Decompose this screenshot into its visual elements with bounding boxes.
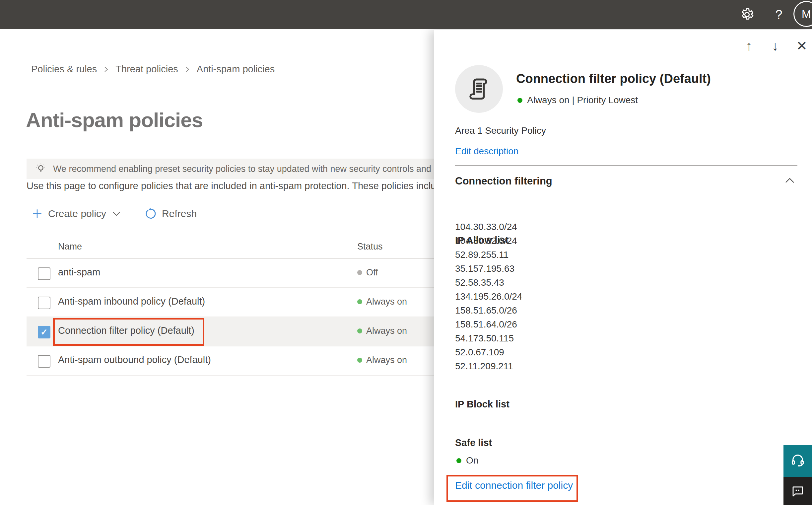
toolbar: Create policy Refresh: [31, 205, 197, 222]
ip-entry: 52.58.35.43: [455, 276, 522, 290]
status-label: Always on: [366, 355, 407, 365]
ip-entry: 158.51.64.0/26: [455, 318, 522, 331]
connection-filtering-section-title: Connection filtering: [455, 175, 552, 187]
safe-list-status-label: On: [466, 455, 478, 466]
policy-name[interactable]: Anti-spam inbound policy (Default): [58, 296, 205, 307]
flyout-status-line: Always on | Priority Lowest: [518, 95, 638, 106]
ip-entry: 35.157.195.63: [455, 262, 522, 276]
policy-details-flyout: ↑ ↓ ✕ Connection filter policy (Default)…: [434, 30, 812, 505]
status-cell: Always on: [357, 326, 407, 336]
recommendation-banner: We recommend enabling preset security po…: [26, 159, 468, 179]
status-label: Always on: [366, 297, 407, 307]
feedback-chat-icon: [791, 484, 805, 498]
row-checkbox[interactable]: [38, 355, 50, 368]
next-item-arrow-down-icon[interactable]: ↓: [768, 38, 783, 54]
ip-entry: 52.11.209.211: [455, 359, 522, 373]
refresh-label: Refresh: [162, 208, 197, 219]
policy-table: Name Status anti-spam Off Anti-spam inbo…: [26, 235, 468, 376]
previous-item-arrow-up-icon[interactable]: ↑: [742, 38, 756, 54]
status-dot-on: [456, 458, 461, 463]
safe-list-title: Safe list: [455, 437, 492, 448]
page-title: Anti-spam policies: [26, 108, 203, 132]
table-row[interactable]: anti-spam Off: [26, 259, 468, 288]
refresh-button[interactable]: Refresh: [145, 208, 197, 220]
status-dot-on: [357, 328, 362, 333]
table-row[interactable]: Anti-spam outbound policy (Default) Alwa…: [26, 346, 468, 376]
ip-entry: 104.30.32.0/24: [455, 234, 522, 248]
breadcrumb-threat-policies[interactable]: Threat policies: [116, 64, 178, 75]
banner-text: We recommend enabling preset security po…: [53, 164, 468, 174]
scroll-policy-icon: [466, 76, 492, 102]
app-root: ? M Policies & rules Threat policies Ant…: [0, 0, 812, 505]
flyout-status-text: Always on | Priority Lowest: [527, 95, 638, 106]
flyout-title: Connection filter policy (Default): [516, 72, 711, 86]
policy-name[interactable]: Anti-spam outbound policy (Default): [58, 354, 211, 365]
headset-icon: [790, 453, 805, 469]
create-policy-label: Create policy: [48, 208, 106, 219]
breadcrumb-policies-rules[interactable]: Policies & rules: [31, 64, 97, 75]
row-checkbox[interactable]: [38, 268, 50, 280]
chevron-right-icon: [104, 65, 109, 73]
policy-name[interactable]: anti-spam: [58, 267, 100, 278]
column-header-name[interactable]: Name: [58, 241, 82, 252]
account-avatar[interactable]: M: [793, 1, 812, 27]
ip-entry: 54.173.50.115: [455, 331, 522, 345]
ip-entry: 158.51.65.0/26: [455, 304, 522, 318]
lightbulb-icon: [34, 163, 47, 175]
status-dot-on: [357, 299, 362, 304]
help-icon[interactable]: ?: [770, 0, 788, 29]
ip-entry: 104.30.33.0/24: [455, 220, 522, 234]
ip-allow-list: 104.30.33.0/24 104.30.32.0/24 52.89.255.…: [455, 220, 522, 373]
policy-icon-circle: [455, 65, 503, 113]
chevron-right-icon: [185, 65, 190, 73]
status-dot-on: [518, 98, 523, 103]
policy-description: Area 1 Security Policy: [455, 126, 546, 136]
divider: [455, 165, 797, 166]
settings-gear-icon[interactable]: [738, 0, 756, 29]
status-cell: Off: [357, 268, 378, 278]
row-checkbox[interactable]: [38, 297, 50, 309]
status-dot-on: [357, 358, 362, 363]
edit-connection-filter-policy-link[interactable]: Edit connection filter policy: [455, 480, 573, 491]
top-bar: ? M: [0, 0, 812, 29]
close-icon[interactable]: ✕: [794, 38, 809, 54]
status-cell: Always on: [357, 297, 407, 307]
safe-list-status: On: [456, 455, 478, 466]
table-row-selected[interactable]: ✓ Connection filter policy (Default) Alw…: [26, 317, 468, 346]
support-button[interactable]: [784, 445, 812, 477]
ip-entry: 52.0.67.109: [455, 345, 522, 359]
row-checkbox-checked[interactable]: ✓: [38, 326, 50, 338]
ip-entry: 134.195.26.0/24: [455, 290, 522, 304]
column-header-status[interactable]: Status: [357, 241, 383, 252]
chevron-down-icon: [112, 211, 121, 217]
table-header: Name Status: [26, 235, 468, 259]
ip-block-list-title: IP Block list: [455, 399, 510, 410]
table-row[interactable]: Anti-spam inbound policy (Default) Alway…: [26, 288, 468, 317]
policy-name[interactable]: Connection filter policy (Default): [58, 325, 194, 336]
feedback-button[interactable]: [784, 477, 812, 505]
status-dot-off: [357, 270, 362, 275]
edit-description-link[interactable]: Edit description: [455, 146, 519, 157]
create-policy-button[interactable]: Create policy: [31, 208, 121, 219]
chevron-up-icon[interactable]: [785, 177, 795, 184]
breadcrumb: Policies & rules Threat policies Anti-sp…: [31, 64, 275, 75]
refresh-icon: [145, 208, 157, 220]
breadcrumb-anti-spam-policies[interactable]: Anti-spam policies: [197, 64, 275, 75]
page-description: Use this page to configure policies that…: [26, 180, 468, 191]
status-label: Always on: [366, 326, 407, 336]
ip-entry: 52.89.255.11: [455, 248, 522, 262]
status-cell: Always on: [357, 355, 407, 365]
plus-icon: [31, 208, 43, 219]
status-label: Off: [366, 268, 378, 278]
